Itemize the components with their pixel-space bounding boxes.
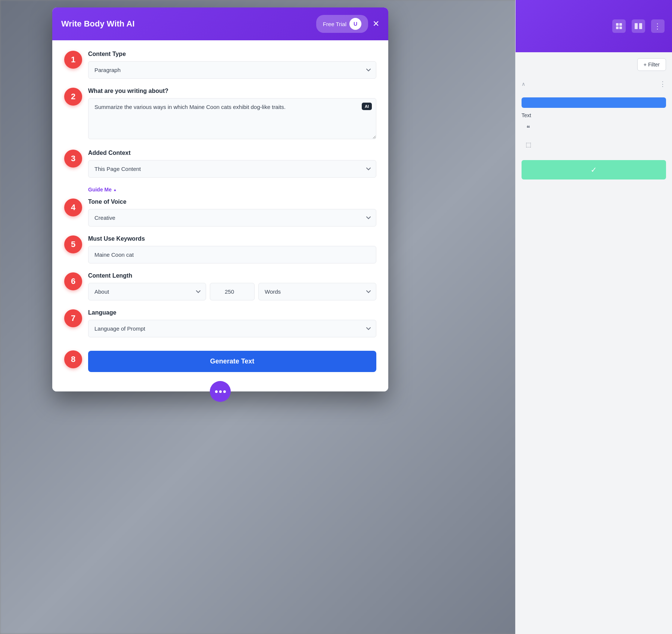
textarea-wrapper: Summarize the various ways in which Main… [88,98,376,141]
step-8-content: Generate Text [88,346,376,372]
words-select[interactable]: Words Characters Sentences Paragraphs [258,283,376,300]
quote-icon-button[interactable]: ❝ [522,121,535,135]
step-2-content: What are you writing about? Summarize th… [88,88,376,141]
keywords-input[interactable] [88,246,376,263]
layout-icon[interactable] [612,19,626,33]
user-avatar[interactable]: U [349,18,361,30]
svg-rect-3 [619,26,622,29]
step-6-content: Content Length About Exactly At Least At… [88,272,376,300]
step-7-label: Language [88,309,376,316]
guide-arrow-icon: ▲ [113,188,117,192]
columns-icon[interactable] [632,19,645,33]
panel-row-1: ∧ ⋮ [522,75,666,93]
step-2-row: 2 What are you writing about? Summarize … [64,88,376,141]
step-4-row: 4 Tone of Voice Creative Professional Ca… [64,199,376,227]
step-3-label: Added Context [88,150,376,156]
generate-text-button[interactable]: Generate Text [88,351,376,372]
free-trial-badge: Free Trial U [316,15,368,33]
svg-rect-4 [635,23,638,29]
step-2-label: What are you writing about? [88,88,376,94]
step-1-label: Content Type [88,51,376,57]
step-7-bubble: 7 [64,309,82,327]
modal-header-right: Free Trial U ✕ [316,15,379,33]
svg-rect-5 [639,23,642,29]
close-button[interactable]: ✕ [373,20,379,28]
svg-rect-2 [616,26,619,29]
step-2-bubble: 2 [64,88,82,106]
step-8-row: 8 Generate Text [64,346,376,372]
more-icon[interactable]: ⋮ [659,80,666,88]
dot-3 [223,390,226,393]
guide-me-link[interactable]: Guide Me ▲ [88,187,376,193]
step-4-bubble: 4 [64,199,82,216]
step-5-content: Must Use Keywords [88,235,376,263]
about-select[interactable]: About Exactly At Least At Most [88,283,206,300]
step-1-bubble: 1 [64,51,82,69]
step-1-row: 1 Content Type Paragraph List Quote Code [64,51,376,79]
step-5-label: Must Use Keywords [88,235,376,242]
ai-badge: AI [362,103,372,110]
length-number-input[interactable] [210,283,255,300]
modal-title: Write Body With AI [61,19,135,29]
added-context-select[interactable]: This Page Content No Context Custom [88,160,376,178]
guide-me-section: Guide Me ▲ [88,187,376,193]
step-4-label: Tone of Voice [88,199,376,205]
step-6-label: Content Length [88,272,376,279]
tone-of-voice-select[interactable]: Creative Professional Casual Formal [88,209,376,227]
svg-rect-1 [619,23,622,26]
writing-topic-textarea[interactable]: Summarize the various ways in which Main… [88,98,376,139]
step-5-row: 5 Must Use Keywords [64,235,376,263]
step-6-bubble: 6 [64,272,82,290]
right-panel-header: ⋮ [516,0,672,52]
modal-body: 1 Content Type Paragraph List Quote Code… [52,40,388,391]
right-panel: ⋮ + Filter ∧ ⋮ Text ❝ ⬚ ✓ [515,0,672,634]
chevron-up-icon[interactable]: ∧ [522,81,525,87]
modal-header: Write Body With AI Free Trial U ✕ [52,7,388,40]
content-length-row: About Exactly At Least At Most Words Cha… [88,283,376,300]
green-check-button[interactable]: ✓ [522,160,666,179]
filter-button[interactable]: + Filter [637,58,666,71]
dot-1 [215,390,218,393]
ai-modal: Write Body With AI Free Trial U ✕ 1 Cont… [52,7,388,391]
step-3-content: Added Context This Page Content No Conte… [88,150,376,178]
step-5-bubble: 5 [64,235,82,253]
step-7-row: 7 Language Language of Prompt English Sp… [64,309,376,337]
text-section: Text [522,108,666,121]
step-1-content: Content Type Paragraph List Quote Code [88,51,376,79]
language-select[interactable]: Language of Prompt English Spanish Frenc… [88,320,376,337]
content-type-select[interactable]: Paragraph List Quote Code [88,61,376,79]
more-options-icon[interactable]: ⋮ [651,19,665,33]
blue-action-button[interactable] [522,97,666,108]
step-8-bubble: 8 [64,350,82,368]
step-6-row: 6 Content Length About Exactly At Least … [64,272,376,300]
dot-2 [219,390,222,393]
step-7-content: Language Language of Prompt English Span… [88,309,376,337]
step-4-content: Tone of Voice Creative Professional Casu… [88,199,376,227]
floating-dots-button[interactable] [210,381,231,402]
svg-rect-0 [616,23,619,26]
step-3-bubble: 3 [64,150,82,168]
right-panel-body: + Filter ∧ ⋮ Text ❝ ⬚ ✓ [516,52,672,185]
image-icon-button[interactable]: ⬚ [522,138,535,151]
free-trial-label: Free Trial [323,21,346,27]
step-3-row: 3 Added Context This Page Content No Con… [64,150,376,178]
